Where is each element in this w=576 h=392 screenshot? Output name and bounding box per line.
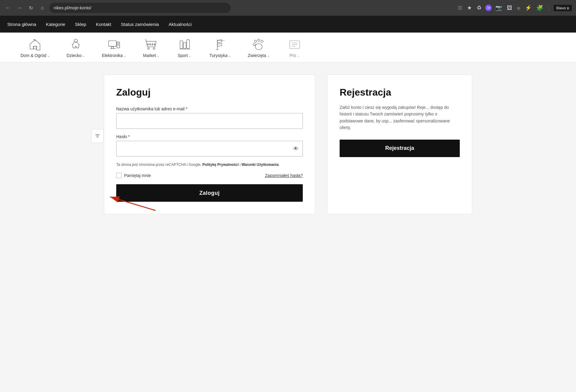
category-label-market: Market ⌄ (143, 53, 159, 58)
category-market[interactable]: Market ⌄ (135, 33, 168, 62)
svg-rect-18 (187, 40, 189, 49)
svg-point-24 (261, 40, 263, 42)
chevron-icon: ⌄ (47, 54, 50, 57)
vikno-button[interactable]: Вікно в (553, 4, 572, 12)
screen-icon[interactable]: 🖼 (506, 4, 514, 12)
svg-rect-2 (108, 41, 116, 46)
register-button[interactable]: Rejestracja (340, 140, 460, 157)
chevron-icon: ⌄ (157, 54, 159, 57)
nav-categories[interactable]: Kategorie (46, 22, 65, 27)
login-card: Zaloguj Nazwa użytkownika lub adres e-ma… (104, 74, 315, 214)
nav-order-status[interactable]: Status zamówienia (121, 22, 159, 27)
bookmark-icon[interactable]: ★ (466, 3, 473, 12)
category-pro[interactable]: Pro ⌄ (278, 33, 311, 62)
category-label-turystyka: Turystyka ⌄ (210, 53, 231, 58)
address-bar[interactable] (50, 3, 231, 13)
category-label-dom: Dom & Ogród ⌄ (21, 53, 50, 58)
nav-news[interactable]: Aktualności (168, 22, 192, 27)
home-button[interactable]: ⌂ (38, 4, 46, 12)
password-wrapper: 👁 (116, 141, 303, 156)
remember-row: Pamiętaj mnie Zapomniałeś hasła? (116, 173, 303, 178)
username-label: Nazwa użytkownika lub adres e-mail * (116, 106, 303, 111)
category-label-pro: Pro ⌄ (290, 53, 299, 58)
terms-link[interactable]: Warunki Użytkowania (242, 163, 279, 167)
register-card: Rejestracja Załóż konto i ciesz się wygo… (327, 74, 472, 214)
recaptcha-text: Ta strona jest chroniona przez reCAPTCHA… (116, 162, 303, 167)
svg-point-25 (253, 43, 255, 46)
category-dziecko[interactable]: Dziecko ⌄ (58, 33, 94, 62)
login-button[interactable]: Zaloguj (116, 184, 303, 202)
svg-rect-3 (111, 47, 113, 49)
chevron-icon: ⌄ (82, 54, 85, 57)
eye-icon[interactable]: 👁 (293, 146, 299, 152)
sport-icon (177, 37, 192, 52)
svg-rect-0 (34, 46, 37, 49)
filter-button[interactable] (91, 129, 104, 143)
chevron-icon: ⌄ (229, 54, 231, 57)
nav-shop[interactable]: Sklep (75, 22, 86, 27)
eye-slash-icon[interactable]: 👁̸ (457, 4, 463, 12)
tourism-icon (213, 37, 227, 52)
svg-point-10 (153, 48, 155, 49)
child-icon (69, 37, 83, 52)
badge-count: 38 (485, 5, 492, 11)
password-input[interactable] (116, 141, 303, 156)
pro-icon (287, 37, 302, 52)
browser-toolbar: 👁̸ ★ ♻ 38 📷 🖼 ip ⚡ 🧩 | Вікно в (457, 3, 572, 12)
password-label: Hasło * (116, 134, 303, 139)
category-bar: Dom & Ogród ⌄ Dziecko ⌄ (0, 33, 576, 62)
remember-checkbox[interactable] (116, 173, 122, 178)
electronics-icon (107, 37, 121, 52)
svg-rect-16 (180, 41, 183, 49)
house-icon (28, 37, 42, 52)
category-label-dziecko: Dziecko ⌄ (67, 53, 85, 58)
browser-chrome: ← → ↻ ⌂ 👁̸ ★ ♻ 38 📷 🖼 ip ⚡ 🧩 | Вікно в (0, 0, 576, 16)
site-navigation: Strona główna Kategorie Sklep Kontakt St… (0, 16, 576, 33)
refresh-button[interactable]: ↻ (27, 4, 35, 12)
svg-rect-17 (183, 43, 186, 49)
register-title: Rejestracja (340, 87, 460, 98)
svg-point-9 (148, 48, 149, 49)
ip-icon[interactable]: ip (516, 5, 521, 11)
username-input[interactable] (116, 113, 303, 129)
login-title: Zaloguj (116, 87, 303, 98)
forgot-password-link[interactable]: Zapomniałeś hasła? (265, 173, 303, 178)
remember-me-label[interactable]: Pamiętaj mnie (116, 173, 151, 178)
svg-point-23 (258, 39, 260, 41)
chevron-icon: ⌄ (297, 54, 299, 57)
category-label-zwierzeta: Zwierzęta ⌄ (248, 53, 270, 58)
privacy-policy-link[interactable]: Politykę Prywatności (202, 163, 238, 167)
nav-contact[interactable]: Kontakt (96, 22, 111, 27)
chevron-icon: ⌄ (124, 54, 126, 57)
main-content: Zaloguj Nazwa użytkownika lub adres e-ma… (92, 62, 484, 232)
pets-icon (251, 37, 266, 52)
category-label-sport: Sport ⌄ (178, 53, 191, 58)
register-text: Załóż konto i ciesz się wygodą zakupów! … (340, 104, 460, 131)
category-turystyka[interactable]: Turystyka ⌄ (201, 33, 239, 62)
back-button[interactable]: ← (4, 4, 12, 12)
chevron-icon: ⌄ (267, 54, 270, 57)
category-sport[interactable]: Sport ⌄ (168, 33, 201, 62)
camera-icon[interactable]: 📷 (494, 3, 503, 12)
category-zwierzeta[interactable]: Zwierzęta ⌄ (239, 33, 278, 62)
category-dom-ogrod[interactable]: Dom & Ogród ⌄ (12, 33, 58, 62)
recycle-icon[interactable]: ♻ (475, 3, 483, 12)
nav-home[interactable]: Strona główna (7, 22, 36, 27)
forward-button[interactable]: → (15, 4, 24, 12)
chevron-icon: ⌄ (189, 54, 191, 57)
category-elektronika[interactable]: Elektronika ⌄ (93, 33, 134, 62)
svg-point-22 (254, 40, 256, 42)
bolt-icon[interactable]: ⚡ (524, 3, 533, 12)
market-icon (144, 37, 158, 52)
puzzle-icon[interactable]: 🧩 (535, 3, 544, 12)
category-label-elektronika: Elektronika ⌄ (102, 53, 126, 58)
